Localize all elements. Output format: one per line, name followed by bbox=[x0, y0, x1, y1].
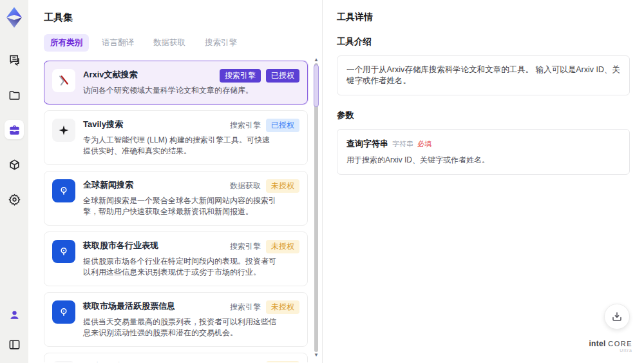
ultra-logo-text: Ultra bbox=[589, 348, 632, 353]
chat-icon bbox=[8, 54, 21, 66]
tool-name: 获取股市各行业表现 bbox=[83, 240, 158, 251]
tab-language-translation[interactable]: 语言翻译 bbox=[95, 34, 140, 52]
tool-name: Tavily搜索 bbox=[83, 119, 123, 130]
status-badge: 未授权 bbox=[266, 361, 299, 362]
sparkle-star-icon bbox=[52, 119, 75, 142]
toolbox-icon bbox=[8, 124, 21, 136]
category-badge: 搜索引擎 bbox=[230, 302, 261, 313]
parameter-type: 字符串 bbox=[392, 139, 413, 149]
sidebar bbox=[0, 0, 28, 363]
tool-card-most-active-stocks[interactable]: 获取市场最活跃股票信息 搜索引擎 未授权 提供当天交易量最高的股票列表，投资者可… bbox=[44, 292, 308, 347]
category-tabs: 所有类别 语言翻译 数据获取 搜索引擎 bbox=[44, 34, 322, 52]
download-icon bbox=[611, 311, 623, 322]
tool-name: Arxiv文献搜索 bbox=[83, 69, 138, 81]
category-badge: 搜索引擎 bbox=[230, 241, 261, 252]
tools-panel: 工具集 所有类别 语言翻译 数据获取 搜索引擎 Arxiv文献搜索 bbox=[28, 0, 322, 363]
tool-card-tavily[interactable]: Tavily搜索 搜索引擎 已授权 专为人工智能代理 (LLM) 构建的搜索引擎… bbox=[44, 110, 308, 165]
folder-icon bbox=[8, 89, 21, 101]
tool-card-arxiv[interactable]: Arxiv文献搜索 搜索引擎 已授权 访问各个研究领域大量科学论文和文章的存储库… bbox=[44, 61, 308, 104]
sidebar-item-toolbox[interactable] bbox=[5, 120, 24, 139]
category-badge: 数据获取 bbox=[230, 181, 261, 191]
tool-card-global-news[interactable]: 全球新闻搜索 数据获取 未授权 全球新闻搜索是一个聚合全球各大新闻网站内容的搜索… bbox=[44, 171, 308, 226]
download-button[interactable] bbox=[604, 304, 630, 329]
user-icon bbox=[8, 309, 21, 321]
scrollbar[interactable]: ▲ ▼ bbox=[313, 57, 319, 358]
tool-card-sector-performance[interactable]: 获取股市各行业表现 搜索引擎 未授权 提供股票市场各个行业在特定时间段内的表现。… bbox=[44, 231, 308, 286]
scroll-up-icon[interactable]: ▲ bbox=[313, 57, 319, 63]
tool-description: 全球新闻搜索是一个聚合全球各大新闻网站内容的搜索引擎，帮助用户快速获取全球最新资… bbox=[83, 195, 276, 217]
status-badge: 已授权 bbox=[266, 119, 299, 132]
tool-description: 提供当天交易量最高的股票列表，投资者可以利用这些信息来识别流动性强的股票和潜在的… bbox=[83, 317, 276, 338]
tool-card-regional-news[interactable]: 万维地区新闻查询 搜索引擎 未授权 查询具体行政区划内的新闻，快速了解各地新闻动… bbox=[44, 353, 308, 362]
page-title: 工具集 bbox=[44, 12, 322, 24]
sidebar-item-folder[interactable] bbox=[5, 85, 24, 104]
scrollbar-thumb[interactable] bbox=[314, 64, 319, 107]
tab-data-fetching[interactable]: 数据获取 bbox=[147, 34, 192, 52]
cube-icon bbox=[8, 159, 21, 171]
category-badge: 搜索引擎 bbox=[220, 69, 261, 83]
tool-name: 获取市场最活跃股票信息 bbox=[83, 300, 175, 312]
parameter-card: 查询字符串 字符串 必填 用于搜索的Arxiv ID、关键字或作者姓名。 bbox=[337, 129, 630, 175]
stock-search-icon bbox=[52, 300, 75, 324]
tool-description: 提供股票市场各个行业在特定时间段内的表现。投资者可以利用这些信息来识别表现优于或… bbox=[83, 256, 276, 278]
sidebar-item-settings[interactable] bbox=[5, 190, 24, 209]
sidebar-item-user[interactable] bbox=[5, 305, 24, 324]
required-badge: 必填 bbox=[417, 139, 431, 149]
sidebar-nav bbox=[5, 50, 24, 209]
parameter-description: 用于搜索的Arxiv ID、关键字或作者姓名。 bbox=[346, 155, 620, 166]
panel-toggle-icon bbox=[8, 338, 21, 351]
tab-all-categories[interactable]: 所有类别 bbox=[44, 34, 89, 52]
category-badge: 搜索引擎 bbox=[230, 120, 261, 131]
tab-search-engine[interactable]: 搜索引擎 bbox=[198, 34, 243, 52]
sidebar-item-chat[interactable] bbox=[5, 50, 24, 70]
gear-icon bbox=[8, 193, 21, 206]
arxiv-logo-icon bbox=[52, 69, 75, 92]
tool-description: 专为人工智能代理 (LLM) 构建的搜索引擎工具。可快速提供实时、准确和真实的结… bbox=[83, 135, 276, 157]
intro-heading: 工具介绍 bbox=[337, 36, 630, 48]
tool-list: Arxiv文献搜索 搜索引擎 已授权 访问各个研究领域大量科学论文和文章的存储库… bbox=[44, 61, 322, 362]
intel-logo-text: intel bbox=[589, 339, 605, 348]
newspaper-icon bbox=[52, 361, 75, 362]
tool-intro-text: 一个用于从Arxiv存储库搜索科学论文和文章的工具。 输入可以是Arxiv ID… bbox=[337, 55, 630, 95]
core-logo-text: CORE bbox=[608, 340, 632, 348]
tool-details-panel: 工具详情 工具介绍 一个用于从Arxiv存储库搜索科学论文和文章的工具。 输入可… bbox=[322, 0, 644, 363]
tool-name: 万维地区新闻查询 bbox=[83, 361, 150, 362]
stock-search-icon bbox=[52, 240, 75, 263]
status-badge: 未授权 bbox=[266, 300, 299, 314]
details-title: 工具详情 bbox=[337, 12, 630, 23]
tool-name: 全球新闻搜索 bbox=[83, 179, 133, 191]
sidebar-item-collapse[interactable] bbox=[5, 335, 24, 354]
news-search-icon bbox=[52, 179, 75, 202]
sidebar-item-models[interactable] bbox=[5, 155, 24, 174]
status-badge: 未授权 bbox=[266, 179, 299, 193]
scroll-down-icon[interactable]: ▼ bbox=[313, 352, 319, 358]
status-badge: 已授权 bbox=[266, 69, 299, 83]
params-heading: 参数 bbox=[337, 110, 630, 121]
intel-core-logo: intel CORE Ultra bbox=[589, 339, 632, 353]
parameter-name: 查询字符串 bbox=[346, 138, 388, 150]
status-badge: 未授权 bbox=[266, 240, 299, 253]
sidebar-bottom bbox=[5, 305, 24, 354]
app-window: 工具集 所有类别 语言翻译 数据获取 搜索引擎 Arxiv文献搜索 bbox=[0, 0, 644, 363]
app-logo-icon bbox=[5, 6, 24, 28]
tool-description: 访问各个研究领域大量科学论文和文章的存储库。 bbox=[83, 85, 276, 96]
